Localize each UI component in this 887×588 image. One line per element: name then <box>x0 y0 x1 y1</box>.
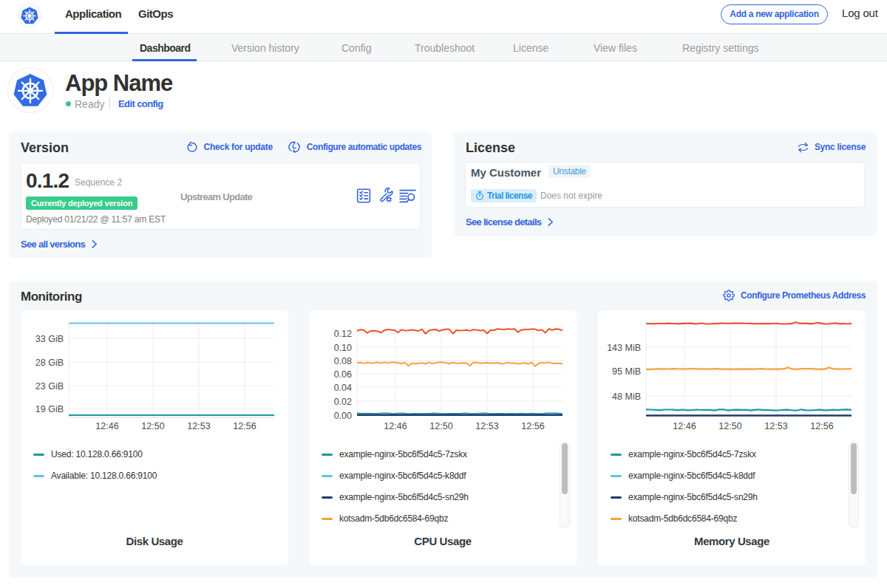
svg-text:95 MiB: 95 MiB <box>612 366 641 377</box>
svg-text:143 MiB: 143 MiB <box>607 343 641 353</box>
svg-text:0.12: 0.12 <box>334 329 352 339</box>
svg-text:0.08: 0.08 <box>334 356 352 366</box>
svg-text:19 GiB: 19 GiB <box>35 404 64 414</box>
svg-text:12:56: 12:56 <box>521 421 544 431</box>
svg-text:12:46: 12:46 <box>673 421 696 431</box>
svg-text:12:46: 12:46 <box>95 421 118 431</box>
svg-text:12:50: 12:50 <box>429 421 452 431</box>
svg-text:28 GiB: 28 GiB <box>35 358 64 368</box>
svg-text:12:50: 12:50 <box>141 421 164 431</box>
svg-text:12:53: 12:53 <box>764 421 787 431</box>
svg-text:0.06: 0.06 <box>334 369 352 380</box>
svg-text:0.04: 0.04 <box>334 383 352 393</box>
svg-text:12:50: 12:50 <box>718 421 741 431</box>
svg-text:12:46: 12:46 <box>384 421 407 431</box>
svg-text:0.00: 0.00 <box>334 411 352 421</box>
svg-text:12:53: 12:53 <box>475 421 498 431</box>
svg-text:48 MiB: 48 MiB <box>612 392 641 402</box>
svg-text:12:56: 12:56 <box>810 421 833 431</box>
svg-text:0.10: 0.10 <box>334 343 352 353</box>
svg-text:33 GiB: 33 GiB <box>35 334 64 344</box>
svg-text:12:56: 12:56 <box>233 421 256 431</box>
svg-text:12:53: 12:53 <box>187 421 210 431</box>
svg-text:23 GiB: 23 GiB <box>35 381 64 392</box>
svg-text:0.02: 0.02 <box>334 397 352 407</box>
